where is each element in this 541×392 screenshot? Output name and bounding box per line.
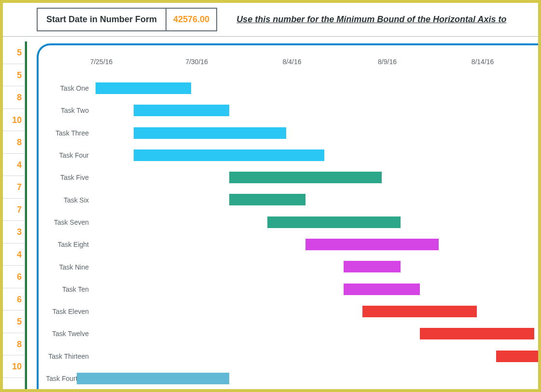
- x-axis-tick: 8/9/16: [378, 58, 397, 66]
- chart-frame: 7/25/167/30/168/4/168/9/168/14/16 Task O…: [37, 43, 541, 392]
- x-axis-tick: 8/14/16: [472, 58, 494, 66]
- task-row: Task Fourteen: [39, 367, 541, 390]
- task-track: [96, 166, 541, 189]
- task-track: [96, 323, 541, 345]
- duration-cell[interactable]: 8: [3, 333, 25, 356]
- task-bar[interactable]: [305, 239, 439, 250]
- task-row: Task Ten: [39, 278, 541, 300]
- task-bar[interactable]: [496, 351, 541, 362]
- duration-cell[interactable]: 10: [3, 355, 25, 378]
- task-track: [96, 278, 541, 300]
- duration-cell[interactable]: 7: [3, 176, 25, 199]
- content-area: 55810847734665810 7/25/167/30/168/4/168/…: [3, 37, 538, 389]
- gantt-bars: Task OneTask TwoTask ThreeTask FourTask …: [39, 77, 541, 392]
- task-bar[interactable]: [420, 328, 534, 339]
- x-axis: 7/25/167/30/168/4/168/9/168/14/16: [101, 58, 541, 70]
- task-label: Task Ten: [39, 285, 96, 293]
- task-bar[interactable]: [77, 373, 229, 384]
- task-row: Task Thirteen: [39, 345, 541, 367]
- task-bar[interactable]: [134, 105, 229, 116]
- task-row: Task Fifteen: [39, 390, 541, 392]
- task-track: [96, 300, 541, 323]
- task-track: [96, 122, 541, 144]
- task-track: [96, 233, 541, 256]
- start-date-label-cell: Start Date in Number Form: [37, 8, 166, 31]
- task-bar[interactable]: [96, 82, 191, 94]
- task-track: [96, 390, 541, 392]
- start-date-value-cell[interactable]: 42576.00: [166, 8, 217, 31]
- task-row: Task One: [39, 77, 541, 99]
- task-track: [96, 256, 541, 278]
- duration-column: 55810847734665810: [3, 41, 25, 389]
- duration-cell[interactable]: 3: [3, 221, 25, 243]
- duration-cell[interactable]: 5: [3, 311, 25, 333]
- task-label: Task Two: [39, 107, 96, 114]
- duration-cell[interactable]: 10: [3, 109, 25, 132]
- task-label: Task Twelve: [39, 330, 96, 338]
- x-axis-tick: 8/4/16: [283, 58, 302, 66]
- task-row: Task Eight: [39, 233, 541, 256]
- task-track: [96, 345, 541, 367]
- task-row: Task Four: [39, 144, 541, 166]
- task-label: Task Four: [39, 151, 96, 159]
- task-bar[interactable]: [267, 216, 401, 228]
- task-label: Task Three: [39, 129, 96, 137]
- task-bar[interactable]: [229, 194, 305, 205]
- task-label: Task Thirteen: [39, 352, 96, 360]
- duration-cell[interactable]: 5: [3, 64, 25, 87]
- duration-cell[interactable]: 6: [3, 288, 25, 311]
- task-track: [96, 189, 541, 211]
- task-track: [96, 144, 541, 166]
- task-label: Task Nine: [39, 263, 96, 271]
- task-track: [96, 367, 541, 390]
- task-bar[interactable]: [229, 172, 382, 183]
- task-row: Task Eleven: [39, 300, 541, 323]
- task-label: Task Five: [39, 174, 96, 181]
- task-row: Task Seven: [39, 211, 541, 233]
- task-label: Task One: [39, 84, 96, 92]
- task-track: [96, 99, 541, 122]
- x-axis-tick: 7/25/16: [90, 58, 113, 66]
- task-bar[interactable]: [362, 306, 477, 317]
- task-bar[interactable]: [134, 127, 286, 139]
- task-label: Task Eleven: [39, 308, 96, 315]
- duration-cell[interactable]: 8: [3, 131, 25, 154]
- task-row: Task Nine: [39, 256, 541, 278]
- task-track: [96, 77, 541, 99]
- x-axis-tick: 7/30/16: [185, 58, 208, 66]
- task-bar[interactable]: [344, 284, 420, 295]
- duration-cell[interactable]: 8: [3, 86, 25, 109]
- duration-cell[interactable]: 7: [3, 199, 25, 221]
- axis-hint-text: Use this number for the Minimum Bound of…: [236, 14, 506, 25]
- task-track: [96, 211, 541, 233]
- duration-cell[interactable]: 4: [3, 154, 25, 176]
- task-row: Task Six: [39, 189, 541, 211]
- chart-container: 7/25/167/30/168/4/168/9/168/14/16 Task O…: [25, 41, 538, 389]
- duration-cell[interactable]: 5: [3, 41, 25, 64]
- task-row: Task Twelve: [39, 323, 541, 345]
- task-label: Task Six: [39, 196, 96, 204]
- duration-cell[interactable]: 6: [3, 266, 25, 288]
- task-label: Task Eight: [39, 241, 96, 248]
- task-bar[interactable]: [344, 261, 401, 272]
- task-row: Task Two: [39, 99, 541, 122]
- task-row: Task Three: [39, 122, 541, 144]
- task-row: Task Five: [39, 166, 541, 189]
- header-row: Start Date in Number Form 42576.00 Use t…: [3, 3, 538, 37]
- task-bar[interactable]: [134, 149, 324, 161]
- task-label: Task Seven: [39, 218, 96, 226]
- duration-cell[interactable]: 4: [3, 243, 25, 266]
